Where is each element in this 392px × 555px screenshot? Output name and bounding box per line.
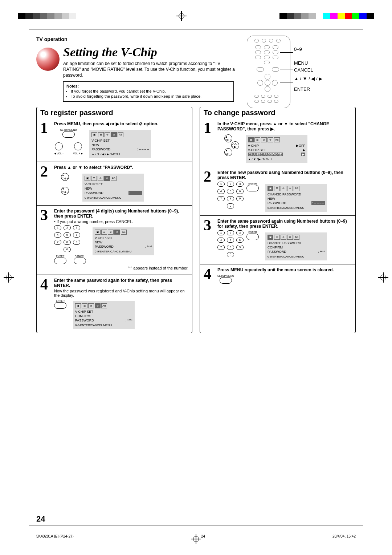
- trim-line-bottom: [29, 526, 363, 526]
- keypad-4: 4: [54, 232, 61, 238]
- step-number: 4: [40, 278, 51, 292]
- dpad-icon: ▲CH + ▼CH –: [54, 173, 76, 195]
- keypad-0: 0: [227, 203, 234, 208]
- keypad-0: 0: [64, 247, 71, 252]
- osd-screen: ▣☰⊘⊘AB V-CHIP SET NEWPASSWORD: – – – – ▲…: [89, 130, 151, 158]
- notes-heading: Notes:: [66, 84, 230, 88]
- change-password-column: To change password 1 In the V-CHIP menu,…: [200, 107, 356, 333]
- step: 4 Press MENU repeatedly unit the menu sc…: [200, 264, 355, 288]
- keypad-3: 3: [236, 182, 244, 187]
- osd-screen: ▣☰⊘⊘AB CHANGE PASSWORD NEWPASSWORD: – – …: [265, 184, 327, 212]
- keypad-5: 5: [227, 189, 234, 194]
- step: 2 Enter the new password using Numbered …: [200, 167, 355, 215]
- step-instruction: Press MENU, then press ◀ or ▶ to select …: [54, 121, 158, 126]
- keypad-6: 6: [73, 232, 80, 238]
- remote-label-menu: MENU: [294, 60, 322, 67]
- registration-top: [0, 11, 392, 21]
- osd-screen: ▣☰⊘⊘AB V-CHIP SET NEWPASSWORD: – – – – 0…: [82, 174, 144, 202]
- keypad-2: 2: [64, 225, 71, 230]
- remote-label-numeric: 0–9: [294, 46, 322, 53]
- keypad-2: 2: [227, 182, 234, 187]
- enter-button-icon: [246, 234, 259, 240]
- remote-label-dpad: ▲ / ▼ / ◀ / ▶: [294, 75, 322, 82]
- keypad-8: 8: [227, 196, 234, 201]
- step: 3 Enter the same password again using Nu…: [200, 215, 355, 264]
- step-number: 4: [204, 267, 215, 281]
- registration-bottom: [0, 534, 392, 544]
- registration-cross-left-icon: [4, 272, 14, 283]
- keypad-9: 9: [236, 245, 244, 250]
- osd-screen: ▣☰⊘⊘AB V-CHIP SET NEWPASSWORD: **** 0-9/…: [93, 227, 154, 255]
- numeric-keypad: 1234567890: [217, 182, 244, 208]
- keypad-7: 7: [217, 196, 225, 201]
- registration-cross-icon: [176, 11, 187, 21]
- registration-cross-right-icon: [378, 272, 388, 283]
- remote-label-text: 0–9 MENU CANCEL ▲ / ▼ / ◀ / ▶ ENTER: [294, 38, 322, 93]
- notes-box: Notes: If you forget the password, you c…: [63, 81, 234, 102]
- keypad-7: 7: [217, 245, 225, 250]
- osd-screen: ▣☰⊘⊘AB V-CHIP SET CONFIRMPASSWORD: **** …: [73, 301, 135, 329]
- keypad-2: 2: [227, 230, 234, 235]
- numeric-keypad: 1234567890: [54, 225, 86, 252]
- step: 1 In the V-CHIP menu, press ▲ or ▼ to se…: [200, 118, 355, 167]
- keypad-7: 7: [54, 240, 61, 245]
- cancel-button-icon: [74, 258, 86, 264]
- step-instruction: Enter the password (4 digits) using Numb…: [54, 208, 179, 219]
- step-number: 3: [204, 219, 215, 232]
- keypad-6: 6: [236, 238, 244, 243]
- step-instruction: Press ▲ or ▼ to select "PASSWORD".: [54, 165, 133, 170]
- step-instruction: Press MENU repeatedly unit the menu scre…: [217, 267, 334, 272]
- enter-button-icon: [54, 302, 66, 309]
- step-instruction: Enter the new password using Numbered bu…: [217, 170, 343, 180]
- step: 4 Enter the same password again for the …: [37, 275, 192, 333]
- enter-button-icon: [246, 185, 259, 191]
- remote-label-cancel: CANCEL: [294, 66, 322, 74]
- keypad-5: 5: [227, 238, 234, 243]
- setup-menu-button-icon: [220, 277, 232, 284]
- keypad-4: 4: [217, 189, 225, 194]
- color-bars: [279, 13, 374, 19]
- keypad-8: 8: [64, 240, 71, 245]
- step-number: 2: [40, 165, 51, 179]
- intro-text: An age limitation can be set to forbid c…: [63, 61, 237, 78]
- step-number: 3: [40, 208, 51, 222]
- trim-line-top: [29, 29, 363, 29]
- keypad-9: 9: [236, 196, 244, 201]
- keypad-9: 9: [73, 240, 80, 245]
- keypad-1: 1: [217, 182, 225, 187]
- step-instruction: Enter the same password again for the sa…: [54, 278, 172, 288]
- note-item: To avoid forgetting the password, write …: [71, 94, 230, 98]
- keypad-1: 1: [54, 225, 61, 230]
- dpad-icon: ▲CH + ▼CH – VOL + ▶: [217, 134, 239, 156]
- step: 3 Enter the password (4 digits) using Nu…: [37, 205, 192, 275]
- keypad-8: 8: [227, 245, 234, 250]
- keypad-6: 6: [236, 189, 244, 194]
- step-number: 1: [204, 121, 215, 135]
- step-number: 2: [204, 170, 215, 184]
- register-password-column: To register password 1 Press MENU, then …: [36, 107, 192, 333]
- keypad-5: 5: [64, 232, 71, 238]
- vol-down-icon: [55, 142, 63, 150]
- remote-outline: [247, 36, 290, 108]
- osd-screen: ▣☰⊘⊘AB CHANGE PASSWORD CONFIRMPASSWORD: …: [265, 232, 327, 260]
- setup-menu-label: SETUP/MENU: [54, 129, 83, 131]
- remote-label-enter: ENTER: [294, 86, 322, 93]
- step-instruction: Enter the same password again using Numb…: [217, 219, 347, 229]
- page-title: Setting the V-Chip: [63, 45, 237, 59]
- page-number: 24: [36, 514, 45, 524]
- enter-button-icon: [54, 258, 66, 264]
- vol-up-icon: [74, 142, 82, 150]
- register-heading: To register password: [37, 107, 192, 118]
- red-sphere-decoration: [36, 48, 60, 71]
- registration-cross-bottom-icon: [191, 534, 201, 544]
- keypad-3: 3: [236, 230, 244, 235]
- remote-diagram: 0–9 MENU CANCEL ▲ / ▼ / ◀ / ▶ ENTER: [247, 36, 356, 110]
- grayscale-bars: [18, 13, 83, 19]
- step: 1 Press MENU, then press ◀ or ▶ to selec…: [37, 118, 192, 162]
- osd-screen: ▣☰⊘⊘AB V-CHIP▶OFFV-CHIP SET▶CHANGE PASSW…: [246, 135, 307, 163]
- keypad-4: 4: [217, 238, 225, 243]
- keypad-3: 3: [73, 225, 80, 230]
- step: 2 Press ▲ or ▼ to select "PASSWORD". ▲CH…: [37, 162, 192, 205]
- numeric-keypad: 1234567890: [217, 230, 244, 257]
- step-instruction: In the V-CHIP menu, press ▲ or ▼ to sele…: [217, 121, 329, 131]
